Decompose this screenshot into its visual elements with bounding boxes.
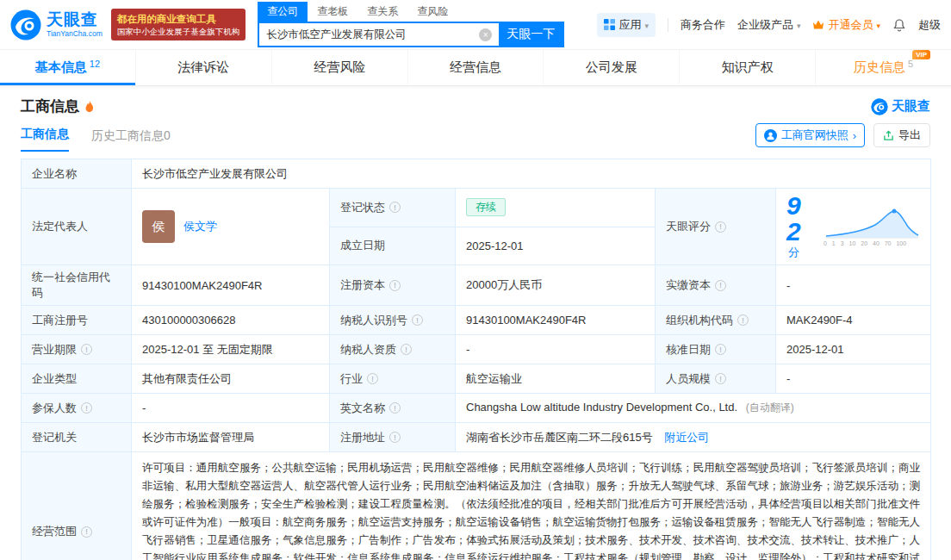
tab-operation-info[interactable]: 经营信息: [407, 50, 544, 85]
export-button[interactable]: 导出: [873, 123, 930, 147]
notifications-button[interactable]: [892, 18, 906, 32]
business-info-table: 企业名称 长沙市低空产业发展有限公司 法定代表人 侯 侯文学 登记状态 存续 天…: [21, 159, 931, 560]
info-icon[interactable]: [737, 314, 749, 326]
chevron-down-icon: [876, 18, 880, 31]
tab-count: 12: [90, 59, 100, 69]
brand-name: 天眼查: [892, 98, 930, 115]
label-taxpayer-id: 纳税人识别号: [340, 313, 407, 328]
tianyancha-logo-icon: [10, 9, 41, 40]
value-approval-date: 2025-12-01: [786, 343, 844, 356]
value-org-code: MAK2490F-4: [786, 314, 853, 327]
apps-menu[interactable]: 应用: [597, 13, 656, 37]
open-vip-menu[interactable]: 开通会员: [812, 17, 880, 33]
super-vip-label: 超级: [918, 17, 941, 33]
search-tab-relation[interactable]: 查关系: [357, 2, 407, 22]
info-icon[interactable]: [715, 344, 726, 355]
bell-icon: [892, 18, 906, 32]
company-nav-tabs: 基本信息 12 法律诉讼 经营风险 经营信息 公司发展 知识产权 历史信息 5 …: [0, 50, 951, 86]
info-icon[interactable]: [389, 280, 401, 291]
info-icon[interactable]: [715, 373, 726, 384]
table-row: 登记机关 长沙市市场监督管理局 注册地址 湖南省长沙市岳麓区南二环二段615号 …: [22, 423, 931, 452]
cooperation-label: 商务合作: [681, 17, 725, 33]
info-icon[interactable]: [389, 432, 401, 443]
apps-label: 应用: [618, 17, 641, 33]
tab-label: 经营信息: [450, 59, 501, 76]
flame-icon: [84, 101, 95, 113]
info-icon[interactable]: [81, 402, 92, 414]
label-business-scope: 经营范围: [32, 524, 77, 539]
subtab-count: 0: [164, 128, 171, 142]
table-row: 企业名称 长沙市低空产业发展有限公司: [22, 159, 931, 189]
tab-label: 基本信息: [35, 59, 87, 76]
label-taxpayer-qualification: 纳税人资质: [340, 342, 396, 358]
label-paid-capital: 实缴资本: [666, 277, 711, 293]
search-tab-boss[interactable]: 查老板: [308, 2, 357, 22]
subtab-business-info[interactable]: 工商信息: [21, 127, 69, 152]
label-approval-date: 核准日期: [666, 342, 711, 358]
info-icon[interactable]: [412, 314, 423, 326]
nearby-companies-link[interactable]: 附近公司: [664, 431, 709, 444]
value-reg-authority: 长沙市市场监督管理局: [142, 431, 254, 444]
tab-company-development[interactable]: 公司发展: [543, 50, 679, 85]
section-title: 工商信息: [21, 96, 79, 116]
slogan-line1: 都在用的商业查询工具: [117, 12, 240, 26]
score-value[interactable]: 92分: [786, 193, 813, 260]
tianyancha-logo[interactable]: 天眼查 TianYanCha.com: [10, 9, 103, 40]
enterprise-label: 企业级产品: [737, 17, 793, 33]
info-icon[interactable]: [389, 402, 401, 414]
slogan-badge: 都在用的商业查询工具 国家中小企业发展子基金旗下机构: [111, 9, 246, 40]
tab-operation-risk[interactable]: 经营风险: [271, 50, 407, 85]
search-tab-risk[interactable]: 查风险: [407, 2, 457, 22]
menu-divider: [668, 18, 668, 32]
business-snapshot-button[interactable]: 工商官网快照: [755, 123, 865, 147]
info-icon[interactable]: [81, 526, 92, 538]
info-icon[interactable]: [367, 373, 378, 384]
tab-label: 经营风险: [314, 59, 365, 76]
export-icon: [883, 130, 894, 141]
apps-grid-icon: [604, 19, 615, 30]
table-row: 参保人数 - 英文名称 Changsha Low altitude Indust…: [22, 394, 931, 423]
logo-title: 天眼查: [47, 11, 103, 29]
info-icon[interactable]: [81, 344, 92, 355]
crown-icon: [812, 20, 824, 30]
value-paid-capital: -: [786, 279, 790, 292]
enterprise-products-menu[interactable]: 企业级产品: [737, 17, 801, 33]
tab-legal-proceedings[interactable]: 法律诉讼: [135, 50, 271, 85]
label-company-name: 企业名称: [32, 166, 77, 182]
tab-label: 历史信息: [854, 59, 905, 76]
label-staff-size: 人员规模: [666, 371, 711, 387]
label-reg-status: 登记状态: [340, 200, 385, 215]
legal-rep-link[interactable]: 侯文学: [183, 219, 217, 234]
label-business-term: 营业期限: [32, 342, 77, 358]
search-box: 天眼一下: [258, 22, 564, 47]
legal-rep-avatar[interactable]: 侯: [142, 210, 175, 243]
vip-badge: VIP: [912, 50, 930, 59]
chevron-down-icon: [797, 18, 801, 31]
search-block: 查公司 查老板 查关系 查风险 天眼一下: [258, 2, 564, 47]
tab-basic-info[interactable]: 基本信息 12: [0, 50, 135, 85]
tab-intellectual-property[interactable]: 知识产权: [679, 50, 815, 85]
cooperation-menu[interactable]: 商务合作: [681, 17, 725, 33]
table-row: 企业类型 其他有限责任公司 行业 航空运输业 人员规模 -: [22, 364, 931, 394]
subtab-history-business-info[interactable]: 历史工商信息0: [91, 128, 171, 152]
clear-search-icon[interactable]: [479, 28, 492, 41]
search-button[interactable]: 天眼一下: [499, 23, 563, 46]
value-reg-address: 湖南省长沙市岳麓区南二环二段615号: [466, 431, 653, 444]
subtab-actions: 工商官网快照 导出: [755, 123, 930, 152]
search-tabs: 查公司 查老板 查关系 查风险: [258, 2, 564, 22]
info-icon[interactable]: [401, 344, 412, 355]
search-input[interactable]: [259, 28, 479, 40]
tianyancha-watermark: 天眼查: [871, 98, 930, 115]
info-icon[interactable]: [715, 280, 726, 291]
label-org-code: 组织机构代码: [666, 313, 733, 328]
value-business-term: 2025-12-01 至 无固定期限: [142, 343, 273, 356]
info-icon[interactable]: [389, 202, 401, 213]
tab-history-info[interactable]: 历史信息 5 VIP: [815, 50, 951, 85]
label-reg-authority: 登记机关: [32, 430, 77, 445]
super-vip-menu[interactable]: 超级: [918, 17, 941, 33]
info-icon[interactable]: [715, 221, 726, 233]
value-company-type: 其他有限责任公司: [142, 372, 232, 385]
label-reg-capital: 注册资本: [340, 277, 385, 293]
value-insured-count: -: [142, 401, 146, 414]
search-tab-company[interactable]: 查公司: [258, 2, 308, 22]
